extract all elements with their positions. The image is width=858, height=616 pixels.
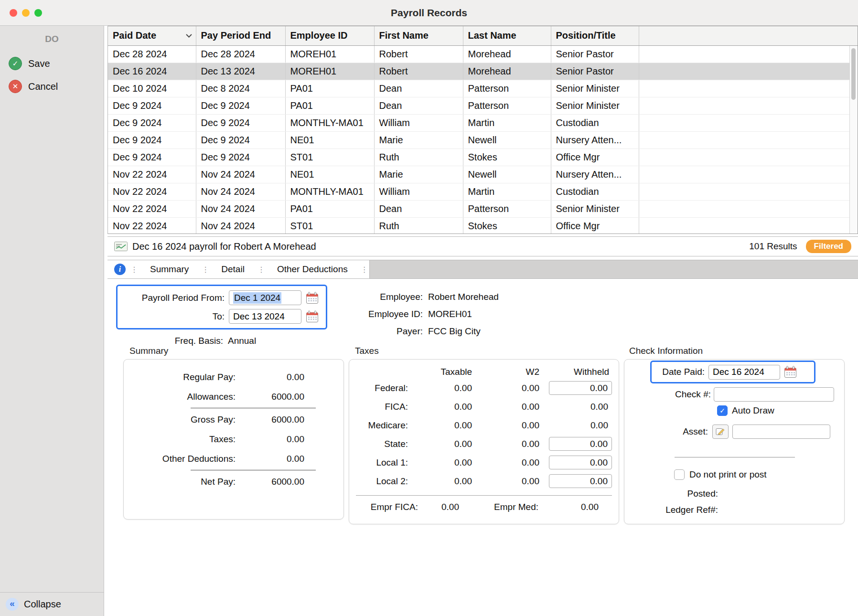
tab-separator-icon: ⋮ [130,265,137,274]
withheld-input[interactable]: 0.00 [549,456,612,469]
check-number-input[interactable] [714,387,834,402]
cell-employee-id: PA01 [285,200,374,217]
summary-row-value: 6000.00 [236,414,304,425]
table-row[interactable]: Nov 22 2024 Nov 24 2024 PA01 Dean Patter… [108,200,858,217]
cell-position-title: Custodian [551,114,639,131]
payroll-period-to-input[interactable] [229,309,301,324]
posted-label: Posted: [624,489,718,499]
column-header-pay-period-end[interactable]: Pay Period End [196,26,285,45]
summary-row-label: Taxes: [124,434,236,445]
cancel-button[interactable]: ✕ Cancel [0,75,104,98]
column-header-paid-date[interactable]: Paid Date [108,26,196,45]
asset-input[interactable] [732,425,830,439]
column-header-employee-id[interactable]: Employee ID [285,26,374,45]
cell-pay-period-end: Nov 24 2024 [196,183,285,200]
minimize-window-button[interactable] [22,9,30,17]
summary-row-value: 0.00 [236,434,304,445]
date-paid-label: Date Paid: [655,367,705,377]
tax-row: FICA: 0.00 0.00 0.00 [349,397,619,416]
cell-position-title: Office Mgr [551,149,639,166]
tax-taxable-value: 0.00 [408,402,472,412]
tab[interactable]: Other Deductions [264,260,361,278]
save-button[interactable]: ✓ Save [0,52,104,75]
table-row[interactable]: Dec 28 2024 Dec 28 2024 MOREH01 Robert M… [108,45,858,63]
cell-first-name: Marie [374,166,463,183]
calendar-icon[interactable] [306,310,319,323]
table-row[interactable]: Dec 9 2024 Dec 9 2024 PA01 Dean Patterso… [108,97,858,114]
do-not-print-checkbox[interactable]: ✓ [674,469,685,480]
column-header-position-title[interactable]: Position/Title [551,26,639,45]
tab[interactable]: Detail [208,260,257,278]
cell-last-name: Martin [463,183,551,200]
cell-pay-period-end: Nov 24 2024 [196,200,285,217]
tax-row-label: Local 2: [349,476,408,487]
tab[interactable]: Summary [137,260,202,278]
payroll-period-from-input[interactable]: Dec 1 2024 [229,290,301,305]
freq-basis-label: Freq. Basis: [116,336,223,346]
table-row[interactable]: Nov 22 2024 Nov 24 2024 ST01 Ruth Stokes… [108,217,858,234]
table-scrollbar[interactable] [849,46,858,234]
cell-first-name: Ruth [374,217,463,234]
tax-taxable-value: 0.00 [408,476,472,487]
close-window-button[interactable] [10,9,17,17]
auto-draw-checkbox[interactable]: ✓ [717,405,728,416]
cell-paid-date: Nov 22 2024 [108,166,196,183]
ledger-pencil-icon [716,427,725,436]
cell-paid-date: Dec 9 2024 [108,131,196,149]
taxes-card: Taxable W2 Withheld Federal: 0.00 0.00 0… [349,359,619,524]
summary-row: Gross Pay: 6000.00 [124,410,343,429]
withheld-input[interactable]: 0.00 [549,474,612,488]
empr-med-value: 0.00 [538,502,599,512]
table-scrollbar-thumb[interactable] [851,48,856,100]
cell-first-name: William [374,183,463,200]
cell-last-name: Morehead [463,63,551,80]
calendar-icon[interactable] [784,366,797,378]
withheld-input[interactable]: 0.00 [549,381,612,395]
cell-paid-date: Dec 16 2024 [108,63,196,80]
cell-first-name: Dean [374,200,463,217]
date-paid-input[interactable] [708,365,780,380]
cell-employee-id: NE01 [285,131,374,149]
payroll-period-highlight-box: Payroll Period From: Dec 1 2024 [116,285,327,329]
tax-row: Local 2: 0.00 0.00 0.00 [349,472,619,490]
table-row[interactable]: Dec 10 2024 Dec 8 2024 PA01 Dean Patters… [108,80,858,97]
cell-employee-id: PA01 [285,97,374,114]
tax-w2-value: 0.00 [472,420,539,431]
cell-first-name: William [374,114,463,131]
cell-paid-date: Dec 10 2024 [108,80,196,97]
summary-row-label: Net Pay: [124,477,236,487]
table-row[interactable]: Nov 22 2024 Nov 24 2024 NE01 Marie Newel… [108,166,858,183]
calendar-icon[interactable] [306,292,319,304]
summary-row: Net Pay: 6000.00 [124,472,343,491]
info-icon: i [114,264,126,275]
tax-row-label: Medicare: [349,420,408,431]
info-button[interactable]: i [109,264,130,275]
ledger-ref-label: Ledger Ref#: [624,505,718,515]
summary-row-label: Other Deductions: [124,454,236,464]
withheld-input[interactable]: 0.00 [549,437,612,451]
summary-row-label: Regular Pay: [124,372,236,382]
cell-pay-period-end: Dec 13 2024 [196,63,285,80]
summary-row-label: Allowances: [124,392,236,402]
collapse-button[interactable]: « Collapse [0,592,104,616]
cancel-x-icon: ✕ [9,80,22,93]
tax-withheld-value: 0.00 [590,402,612,412]
summary-row-value: 0.00 [236,454,304,464]
cell-position-title: Office Mgr [551,217,639,234]
table-row[interactable]: Dec 9 2024 Dec 9 2024 ST01 Ruth Stokes O… [108,149,858,166]
cell-position-title: Senior Minister [551,80,639,97]
cell-position-title: Nursery Atten... [551,166,639,183]
zoom-window-button[interactable] [34,9,42,17]
table-row[interactable]: Dec 9 2024 Dec 9 2024 NE01 Marie Newell … [108,131,858,149]
cell-pay-period-end: Nov 24 2024 [196,217,285,234]
table-row[interactable]: Dec 16 2024 Dec 13 2024 MOREH01 Robert M… [108,63,858,80]
filtered-badge[interactable]: Filtered [806,240,851,253]
table-row[interactable]: Dec 9 2024 Dec 9 2024 MONTHLY-MA01 Willi… [108,114,858,131]
collapse-label: Collapse [24,599,61,610]
table-row[interactable]: Nov 22 2024 Nov 24 2024 MONTHLY-MA01 Wil… [108,183,858,200]
column-header-first-name[interactable]: First Name [374,26,463,45]
asset-ledger-button[interactable] [712,425,729,439]
column-header-last-name[interactable]: Last Name [463,26,551,45]
check-record-icon [114,242,128,251]
results-count: 101 Results [749,241,797,252]
